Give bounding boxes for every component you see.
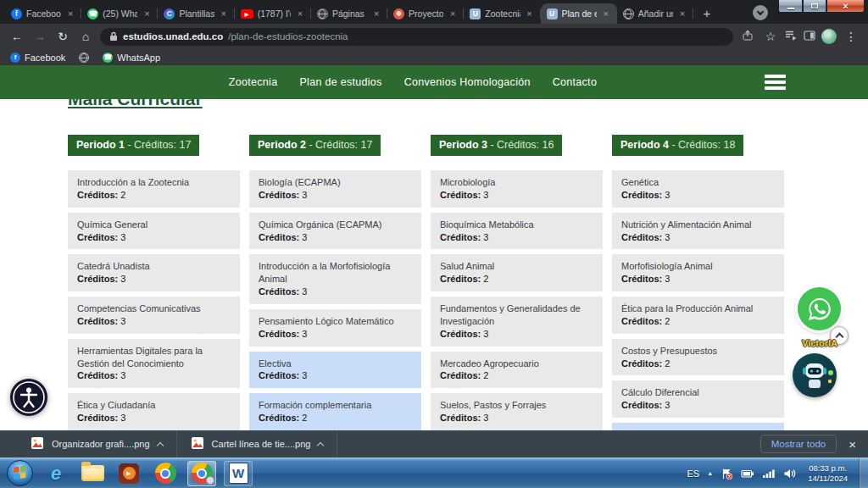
forward-button[interactable]: → bbox=[31, 30, 48, 42]
bookmark-item[interactable] bbox=[79, 53, 89, 63]
back-button[interactable]: ← bbox=[8, 30, 25, 42]
whatsapp-float-button[interactable] bbox=[798, 287, 841, 330]
course-name: Herramientas Digitales para la Gestión d… bbox=[77, 345, 231, 370]
browser-tab[interactable]: Páginas ‹ P× bbox=[311, 3, 387, 24]
globe-dark-favicon bbox=[317, 8, 328, 19]
windows-taskbar: e ▶ W ES ▲ bbox=[0, 458, 868, 488]
action-center-flag-icon[interactable] bbox=[721, 468, 733, 480]
browser-menu-button[interactable]: ⋮ bbox=[843, 30, 860, 42]
course-credits: Créditos: 2 bbox=[440, 369, 593, 382]
hidden-icons-arrow[interactable]: ▲ bbox=[707, 470, 713, 476]
site-nav-item[interactable]: Contacto bbox=[553, 76, 597, 88]
tab-close-button[interactable]: × bbox=[142, 8, 152, 19]
new-tab-button[interactable]: + bbox=[697, 3, 717, 22]
show-desktop-button[interactable] bbox=[859, 458, 868, 488]
course-name: Bioquímica Metabólica bbox=[440, 219, 593, 231]
tab-close-button[interactable]: × bbox=[601, 8, 611, 19]
site-nav-item[interactable]: Plan de estudios bbox=[299, 76, 381, 88]
course-name: Genética bbox=[621, 176, 775, 189]
window-minimize-button[interactable] bbox=[778, 0, 803, 13]
volume-icon[interactable] bbox=[783, 469, 797, 479]
course-name: Fundamentos y Generalidades de Investiga… bbox=[440, 302, 593, 328]
tab-close-button[interactable]: × bbox=[65, 8, 75, 19]
course-card: ElectivaCréditos: 3 bbox=[249, 352, 421, 389]
course-credits-label: Créditos: bbox=[259, 370, 299, 380]
tab-close-button[interactable]: × bbox=[295, 8, 305, 19]
chrome-active-button[interactable] bbox=[187, 461, 216, 486]
internet-explorer-button[interactable]: e bbox=[42, 461, 70, 486]
tab-search-button[interactable] bbox=[753, 5, 768, 20]
browser-tab[interactable]: UPlan de est× bbox=[541, 3, 617, 24]
profile-avatar[interactable] bbox=[821, 29, 837, 44]
period-column: Periodo 4 - Créditos: 18GenéticaCréditos… bbox=[612, 135, 784, 430]
bookmark-item[interactable]: fFacebook bbox=[10, 53, 65, 63]
course-name: Salud Animal bbox=[440, 260, 593, 273]
period-credits: - Créditos: 17 bbox=[306, 139, 373, 151]
download-chip[interactable]: Organizador grafi....png bbox=[17, 430, 176, 458]
word-button[interactable]: W bbox=[224, 461, 253, 486]
tab-close-button[interactable]: × bbox=[219, 8, 229, 19]
course-credits: Créditos: 2 bbox=[440, 273, 593, 286]
browser-tab[interactable]: ☎(25) WhatsA× bbox=[81, 3, 158, 24]
tab-title: (1787) I'd R bbox=[258, 8, 291, 19]
tab-close-button[interactable]: × bbox=[677, 8, 687, 19]
download-shelf-close-button[interactable]: × bbox=[849, 437, 856, 452]
side-panel-button[interactable] bbox=[804, 29, 815, 44]
course-credits-label: Créditos: bbox=[259, 329, 299, 339]
bookmark-star-button[interactable]: ☆ bbox=[762, 30, 779, 42]
youtube-favicon: ▶ bbox=[241, 9, 253, 19]
whatsapp-favicon: ☎ bbox=[103, 53, 113, 63]
hamburger-menu-button[interactable] bbox=[765, 75, 786, 90]
chevron-up-icon[interactable] bbox=[317, 441, 324, 448]
window-maximize-button[interactable] bbox=[803, 0, 826, 13]
browser-tab[interactable]: Añadir una× bbox=[617, 3, 693, 24]
course-credits-value: 3 bbox=[299, 232, 307, 242]
course-name: Química Orgánica (ECAPMA) bbox=[259, 219, 412, 231]
tab-title: (25) WhatsA bbox=[103, 8, 137, 19]
site-nav-item[interactable]: Zootecnia bbox=[229, 76, 278, 88]
network-signal-icon[interactable] bbox=[762, 469, 776, 479]
browser-tab[interactable]: Proyectos -× bbox=[387, 3, 464, 24]
browser-tab[interactable]: fFacebook× bbox=[5, 3, 81, 24]
tab-close-button[interactable]: × bbox=[371, 8, 381, 19]
course-credits-label: Créditos: bbox=[259, 413, 299, 423]
file-explorer-button[interactable] bbox=[78, 461, 107, 486]
course-credits: Créditos: 3 bbox=[440, 412, 593, 424]
media-player-button[interactable]: ▶ bbox=[114, 461, 143, 486]
home-button[interactable]: ⌂ bbox=[77, 30, 94, 42]
browser-tab[interactable]: UZootecnia |× bbox=[464, 3, 540, 24]
tab-close-button[interactable]: × bbox=[448, 8, 458, 19]
battery-icon[interactable] bbox=[741, 469, 754, 479]
course-credits-label: Créditos: bbox=[621, 232, 662, 242]
browser-tab[interactable]: ▶(1787) I'd R× bbox=[235, 3, 311, 24]
period-header: Periodo 3 - Créditos: 16 bbox=[431, 135, 562, 156]
accessibility-person-icon bbox=[9, 378, 48, 417]
chrome-button[interactable] bbox=[151, 461, 180, 486]
language-indicator[interactable]: ES bbox=[687, 469, 700, 479]
system-tray: ES ▲ 0 bbox=[687, 458, 868, 488]
course-credits-value: 3 bbox=[481, 190, 488, 200]
course-name: Microbiología bbox=[440, 176, 593, 189]
course-credits: Créditos: 3 bbox=[440, 231, 593, 244]
tab-close-button[interactable]: × bbox=[525, 8, 535, 19]
window-close-button[interactable]: × bbox=[826, 0, 865, 13]
share-button[interactable] bbox=[739, 30, 756, 43]
robot-avatar-icon bbox=[793, 353, 837, 397]
victoria-avatar[interactable] bbox=[793, 353, 837, 397]
course-card: Introducción a la Morfofisiología Animal… bbox=[249, 254, 421, 304]
course-credits-label: Créditos: bbox=[440, 274, 481, 284]
window-controls: × bbox=[778, 0, 865, 13]
download-chip[interactable]: Cartel línea de tie....png bbox=[177, 430, 337, 458]
site-nav-item[interactable]: Convenios Homologación bbox=[404, 76, 531, 88]
start-button[interactable] bbox=[5, 461, 34, 486]
bookmark-item[interactable]: ☎WhatsApp bbox=[103, 53, 160, 63]
reading-list-button[interactable] bbox=[785, 29, 798, 44]
show-all-downloads-button[interactable]: Mostrar todo bbox=[760, 435, 837, 453]
accessibility-widget-button[interactable] bbox=[9, 378, 48, 417]
address-bar[interactable]: estudios.unad.edu.co/plan-de-estudios-zo… bbox=[100, 28, 733, 46]
course-credits-value: 2 bbox=[662, 358, 670, 369]
reload-button[interactable]: ↻ bbox=[54, 30, 71, 42]
taskbar-clock[interactable]: 08:33 p.m. 14/11/2024 bbox=[808, 463, 848, 484]
chevron-up-icon[interactable] bbox=[156, 441, 163, 448]
browser-tab[interactable]: CPlantillas× bbox=[158, 3, 234, 24]
